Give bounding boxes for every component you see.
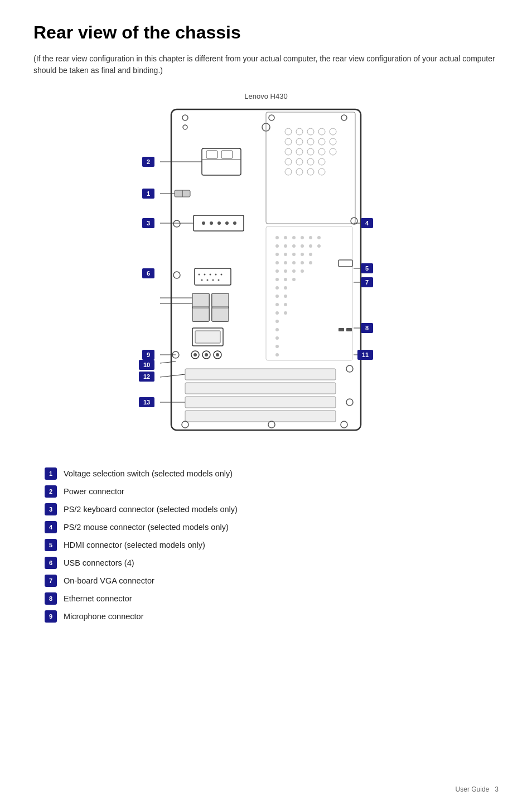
svg-point-123 — [341, 421, 347, 428]
diagram-label: Lenovo H430 — [244, 92, 287, 100]
svg-text:6: 6 — [147, 270, 150, 277]
svg-point-121 — [182, 421, 188, 428]
svg-rect-107 — [346, 328, 352, 331]
svg-point-49 — [309, 236, 312, 239]
svg-point-79 — [284, 303, 287, 306]
svg-text:13: 13 — [143, 399, 150, 406]
svg-point-75 — [284, 286, 287, 290]
svg-point-45 — [275, 236, 279, 239]
svg-point-66 — [309, 261, 312, 264]
page-title: Rear view of the chassis — [33, 22, 499, 43]
legend-item-8: 8Ethernet connector — [45, 592, 499, 605]
svg-point-54 — [301, 244, 304, 248]
legend-item-3: 3PS/2 keyboard connector (selected model… — [45, 503, 499, 515]
svg-point-46 — [284, 236, 287, 239]
svg-point-92 — [221, 274, 223, 276]
footer-page: 3 — [495, 785, 499, 793]
legend-list: 1Voltage selection switch (selected mode… — [33, 467, 499, 623]
svg-point-67 — [275, 269, 279, 273]
svg-point-16 — [330, 138, 336, 145]
svg-point-9 — [307, 128, 314, 135]
svg-rect-99 — [192, 293, 209, 307]
svg-point-26 — [285, 168, 292, 175]
diagram-container: Lenovo H430 — [33, 92, 499, 450]
svg-point-56 — [317, 244, 321, 248]
svg-point-64 — [292, 261, 296, 264]
svg-point-15 — [318, 138, 325, 145]
svg-point-38 — [202, 221, 205, 225]
legend-text-8: Ethernet connector — [64, 594, 132, 603]
svg-point-97 — [173, 272, 180, 278]
svg-rect-105 — [195, 331, 220, 343]
svg-point-25 — [318, 158, 325, 165]
svg-point-72 — [284, 278, 287, 281]
svg-point-29 — [318, 168, 325, 175]
svg-point-60 — [301, 253, 304, 256]
svg-point-70 — [301, 269, 304, 273]
legend-item-6: 6USB connectors (4) — [45, 557, 499, 569]
svg-point-59 — [292, 253, 296, 256]
legend-item-5: 5HDMI connector (selected models only) — [45, 539, 499, 551]
legend-badge-1: 1 — [45, 467, 57, 480]
legend-badge-2: 2 — [45, 485, 57, 498]
svg-point-68 — [284, 269, 287, 273]
svg-point-53 — [292, 244, 296, 248]
footer-label: User Guide — [456, 785, 490, 793]
svg-point-65 — [301, 261, 304, 264]
svg-text:3: 3 — [147, 220, 150, 226]
svg-point-12 — [285, 138, 292, 145]
svg-point-109 — [194, 353, 197, 356]
svg-point-47 — [292, 236, 296, 239]
svg-point-69 — [292, 269, 296, 273]
svg-point-55 — [309, 244, 312, 248]
legend-badge-4: 4 — [45, 521, 57, 533]
svg-point-83 — [275, 328, 279, 331]
svg-text:1: 1 — [147, 190, 150, 197]
svg-point-43 — [173, 220, 180, 227]
svg-point-57 — [275, 253, 279, 256]
svg-point-63 — [284, 261, 287, 264]
svg-point-3 — [341, 115, 347, 120]
svg-point-1 — [182, 115, 188, 120]
svg-point-113 — [216, 353, 219, 356]
svg-point-93 — [201, 279, 203, 281]
svg-point-27 — [296, 168, 303, 175]
svg-point-73 — [292, 278, 296, 281]
svg-text:12: 12 — [143, 373, 150, 380]
svg-point-120 — [346, 399, 353, 406]
legend-item-7: 7On-board VGA connector — [45, 575, 499, 587]
svg-point-10 — [318, 128, 325, 135]
legend-badge-8: 8 — [45, 592, 57, 605]
svg-text:8: 8 — [365, 325, 369, 331]
svg-point-84 — [275, 336, 279, 340]
svg-rect-106 — [338, 328, 344, 331]
svg-point-61 — [309, 253, 312, 256]
svg-point-95 — [212, 279, 214, 281]
svg-point-17 — [285, 148, 292, 155]
svg-point-78 — [275, 303, 279, 306]
svg-point-52 — [284, 244, 287, 248]
svg-point-71 — [275, 278, 279, 281]
svg-point-74 — [275, 286, 279, 290]
legend-text-5: HDMI connector (selected models only) — [64, 541, 205, 549]
svg-text:7: 7 — [365, 279, 369, 286]
svg-rect-115 — [185, 369, 336, 380]
svg-text:11: 11 — [362, 351, 369, 358]
legend-text-2: Power connector — [64, 487, 124, 496]
svg-point-91 — [215, 274, 217, 276]
legend-badge-9: 9 — [45, 610, 57, 623]
svg-point-28 — [307, 168, 314, 175]
legend-item-2: 2Power connector — [45, 485, 499, 498]
svg-point-39 — [210, 221, 213, 225]
svg-rect-34 — [221, 151, 233, 158]
legend-text-1: Voltage selection switch (selected model… — [64, 469, 233, 478]
svg-point-40 — [217, 221, 221, 225]
svg-point-24 — [307, 158, 314, 165]
svg-point-111 — [205, 353, 208, 356]
svg-point-86 — [275, 353, 279, 356]
svg-point-85 — [275, 345, 279, 348]
svg-point-7 — [285, 128, 292, 135]
svg-point-96 — [218, 279, 220, 281]
svg-text:5: 5 — [365, 265, 369, 272]
svg-rect-87 — [195, 268, 231, 285]
